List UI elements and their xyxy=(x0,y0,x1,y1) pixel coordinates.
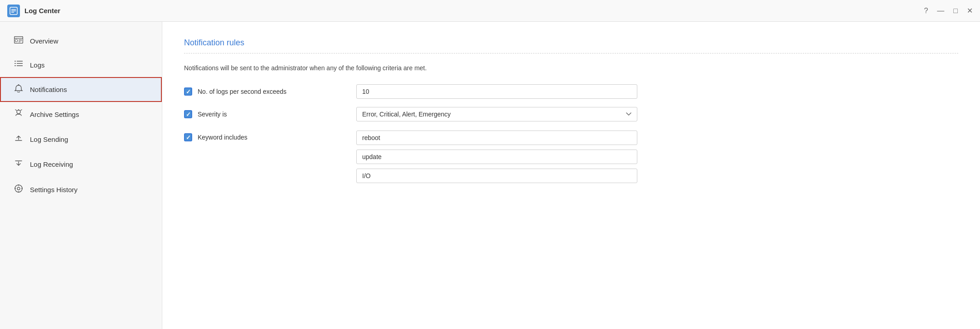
sidebar-label-notifications: Notifications xyxy=(30,86,67,93)
svg-line-17 xyxy=(15,110,17,111)
close-button[interactable]: ✕ xyxy=(967,6,973,15)
rule-input-col-1 xyxy=(356,84,958,99)
sidebar-label-log-receiving: Log Receiving xyxy=(30,160,73,168)
rule-check-col-2: ✓ Severity is xyxy=(184,110,356,118)
checkbox-logs-per-second[interactable]: ✓ xyxy=(184,87,192,96)
notifications-icon xyxy=(14,84,24,95)
svg-point-20 xyxy=(15,185,22,192)
sidebar-label-archive: Archive Settings xyxy=(30,111,79,118)
help-button[interactable]: ? xyxy=(924,7,928,15)
sidebar-item-logs[interactable]: Logs xyxy=(0,53,162,77)
log-receiving-icon xyxy=(14,159,24,169)
rule-label-keyword: Keyword includes xyxy=(198,134,247,141)
rule-label-severity: Severity is xyxy=(198,111,227,118)
checkbox-severity[interactable]: ✓ xyxy=(184,110,192,118)
window-controls: ? — □ ✕ xyxy=(924,6,973,15)
keyword-input-3[interactable] xyxy=(356,169,637,183)
log-sending-icon xyxy=(14,134,24,145)
sidebar: Overview Logs xyxy=(0,22,162,329)
keyword-input-1[interactable] xyxy=(356,131,637,145)
keyword-input-2[interactable] xyxy=(356,150,637,164)
svg-line-18 xyxy=(20,110,22,111)
sidebar-label-overview: Overview xyxy=(30,37,58,45)
sidebar-item-notifications[interactable]: Notifications xyxy=(0,77,162,102)
rule-check-col-3: ✓ Keyword includes xyxy=(184,131,356,141)
rule-row-severity: ✓ Severity is Error, Critical, Alert, Em… xyxy=(184,107,958,121)
app-body: Overview Logs xyxy=(0,22,980,329)
sidebar-label-log-sending: Log Sending xyxy=(30,135,68,143)
settings-history-icon xyxy=(14,184,24,195)
sidebar-item-log-sending[interactable]: Log Sending xyxy=(0,127,162,152)
checkbox-keyword[interactable]: ✓ xyxy=(184,133,192,141)
sidebar-item-archive-settings[interactable]: Archive Settings xyxy=(0,102,162,127)
svg-rect-6 xyxy=(15,39,18,42)
rule-input-col-3 xyxy=(356,131,958,183)
severity-select[interactable]: Error, Critical, Alert, Emergency Error … xyxy=(356,107,637,121)
rule-row-logs-per-second: ✓ No. of logs per second exceeds xyxy=(184,84,958,99)
rule-label-logs-per-second: No. of logs per second exceeds xyxy=(198,88,286,95)
sidebar-label-logs: Logs xyxy=(30,61,45,69)
rules-table: ✓ No. of logs per second exceeds ✓ Sever… xyxy=(184,84,958,183)
overview-icon xyxy=(14,36,24,46)
sidebar-item-overview[interactable]: Overview xyxy=(0,29,162,53)
app-icon xyxy=(7,5,20,17)
archive-icon xyxy=(14,109,24,120)
maximize-button[interactable]: □ xyxy=(953,7,958,15)
sidebar-item-log-receiving[interactable]: Log Receiving xyxy=(0,152,162,177)
titlebar-left: Log Center xyxy=(7,5,60,17)
app-title: Log Center xyxy=(24,7,60,15)
logs-icon xyxy=(14,60,24,70)
svg-point-21 xyxy=(17,187,20,190)
titlebar: Log Center ? — □ ✕ xyxy=(0,0,980,22)
rule-check-col-1: ✓ No. of logs per second exceeds xyxy=(184,87,356,96)
minimize-button[interactable]: — xyxy=(937,7,944,15)
rule-input-col-2: Error, Critical, Alert, Emergency Error … xyxy=(356,107,958,121)
sidebar-label-settings-history: Settings History xyxy=(30,186,78,194)
rule-row-keyword: ✓ Keyword includes xyxy=(184,130,958,183)
sidebar-item-settings-history[interactable]: Settings History xyxy=(0,177,162,203)
svg-point-16 xyxy=(18,84,19,86)
logs-per-second-input[interactable] xyxy=(356,84,637,99)
main-content: Notification rules Notifications will be… xyxy=(162,22,980,329)
section-title: Notification rules xyxy=(184,38,958,48)
section-description: Notifications will be sent to the admini… xyxy=(184,64,958,72)
section-divider xyxy=(184,53,958,53)
